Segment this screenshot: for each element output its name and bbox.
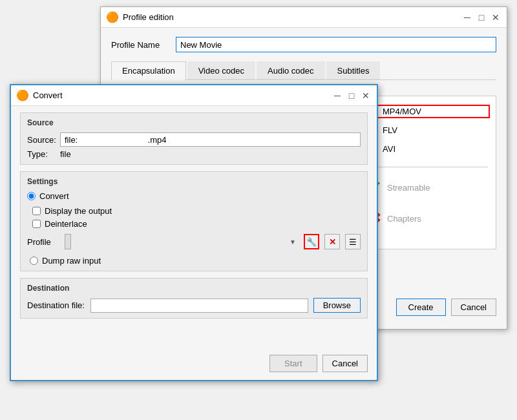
format-panel: MP4/MOV FLV AVI ✔ Streamable ✖ C	[361, 96, 496, 249]
convert-maximize-button[interactable]: □	[346, 90, 357, 101]
profile-row-label: Profile	[27, 237, 59, 247]
tab-subtitles[interactable]: Subtitles	[326, 61, 381, 79]
settings-section-label: Settings	[27, 177, 361, 186]
convert-titlebar-controls: ─ □ ✕	[332, 90, 372, 101]
dump-raw-label: Dump raw input	[42, 256, 101, 266]
edit-profile-button[interactable]: 🔧	[304, 234, 319, 249]
convert-window-title: Convert	[33, 90, 63, 100]
convert-content: Source Source: Type: file Settings Conve…	[11, 106, 377, 331]
tab-video-codec[interactable]: Video codec	[187, 61, 255, 79]
vlc-icon-convert: 🟠	[16, 89, 29, 101]
profile-close-button[interactable]: ✕	[490, 12, 501, 23]
radio-avi[interactable]: AVI	[369, 144, 488, 154]
dest-field-label: Destination file:	[27, 300, 85, 310]
chapters-label: Chapters	[387, 214, 421, 224]
destination-section-label: Destination	[27, 284, 361, 293]
display-output-label: Display the output	[45, 206, 112, 216]
radio-mp4mov[interactable]: MP4/MOV	[369, 107, 488, 116]
deinterlace-row: Deinterlace	[32, 219, 361, 229]
cancel-convert-button[interactable]: Cancel	[322, 355, 368, 372]
convert-bottom-buttons: Start Cancel	[269, 355, 368, 372]
streamable-label: Streamable	[387, 183, 430, 193]
vlc-icon-profile: 🟠	[106, 11, 119, 23]
avi-label: AVI	[383, 144, 396, 154]
profile-tabs: Encapsulation Video codec Audio codec Su…	[111, 61, 496, 80]
display-output-checkbox[interactable]	[32, 207, 41, 215]
convert-titlebar: 🟠 Convert ─ □ ✕	[11, 85, 377, 106]
profile-titlebar-controls: ─ □ ✕	[461, 12, 501, 23]
destination-row: Destination file: Browse	[27, 298, 361, 313]
convert-radio-label: Convert	[39, 191, 69, 201]
delete-profile-button[interactable]: ✕	[324, 234, 340, 249]
deinterlace-label: Deinterlace	[45, 219, 87, 229]
type-row: Type: file	[27, 149, 361, 159]
convert-window: 🟠 Convert ─ □ ✕ Source Source: Type: fil…	[10, 84, 378, 381]
tab-audio-codec[interactable]: Audio codec	[257, 61, 325, 79]
convert-title-left: 🟠 Convert	[16, 89, 63, 101]
source-input[interactable]	[60, 132, 361, 147]
cancel-profile-button[interactable]: Cancel	[451, 299, 496, 316]
profile-title-left: 🟠 Profile edition	[106, 11, 174, 23]
type-value: file	[60, 149, 71, 159]
profile-name-row: Profile Name	[111, 37, 496, 52]
chapters-feature: ✖ Chapters	[369, 207, 488, 229]
source-input-row: Source:	[27, 132, 361, 147]
create-button[interactable]: Create	[396, 299, 446, 316]
profile-titlebar: 🟠 Profile edition ─ □ ✕	[101, 7, 507, 28]
source-section-label: Source	[27, 118, 361, 127]
deinterlace-checkbox[interactable]	[32, 220, 41, 228]
profile-maximize-button[interactable]: □	[476, 12, 487, 23]
streamable-feature: ✔ Streamable	[369, 176, 488, 198]
profile-name-label: Profile Name	[111, 40, 169, 50]
convert-radio-row[interactable]: Convert	[27, 191, 361, 201]
dump-raw-row[interactable]: Dump raw input	[30, 256, 361, 266]
convert-close-button[interactable]: ✕	[360, 90, 372, 101]
radio-flv[interactable]: FLV	[369, 125, 488, 135]
browse-button[interactable]: Browse	[313, 298, 361, 313]
profile-select[interactable]	[65, 234, 71, 249]
profile-minimize-button[interactable]: ─	[461, 12, 473, 23]
display-output-row: Display the output	[32, 206, 361, 216]
source-section: Source Source: Type: file	[20, 112, 368, 165]
new-profile-button[interactable]: ☰	[345, 234, 361, 249]
profile-bottom-buttons: Create Cancel	[396, 299, 497, 316]
profile-select-wrapper	[65, 234, 299, 249]
destination-section: Destination Destination file: Browse	[20, 278, 368, 319]
flv-label: FLV	[383, 125, 397, 135]
destination-input[interactable]	[90, 299, 308, 313]
profile-row: Profile 🔧 ✕ ☰	[27, 234, 361, 249]
profile-name-input[interactable]	[176, 37, 496, 52]
type-label: Type:	[27, 149, 56, 159]
mp4mov-label: MP4/MOV	[383, 107, 421, 116]
tab-encapsulation[interactable]: Encapsulation	[111, 61, 186, 80]
source-field-label: Source:	[27, 135, 56, 145]
convert-minimize-button[interactable]: ─	[332, 90, 343, 101]
profile-window-title: Profile edition	[123, 12, 174, 22]
settings-section: Settings Convert Display the output Dein…	[20, 171, 368, 271]
start-button: Start	[269, 355, 317, 372]
